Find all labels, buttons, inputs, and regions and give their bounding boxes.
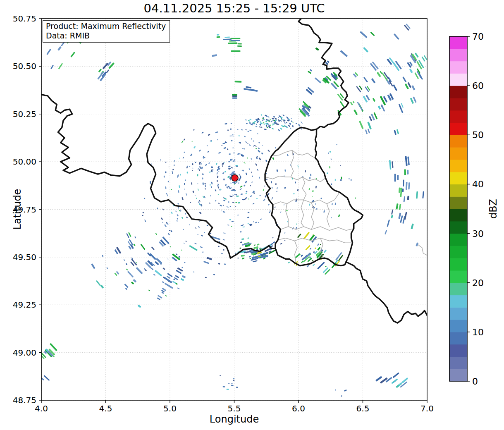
echo-speck xyxy=(229,136,232,136)
echo-speck xyxy=(177,214,179,217)
echo-speck xyxy=(248,198,249,200)
echo-speck xyxy=(230,129,232,130)
echo-speck xyxy=(178,190,179,193)
echo-speck xyxy=(252,176,253,177)
echo-speck xyxy=(341,177,342,179)
echo-speck xyxy=(205,164,207,166)
district-border xyxy=(281,227,354,230)
echo-speck xyxy=(91,263,95,269)
echo-speck xyxy=(253,256,254,257)
echo-speck xyxy=(291,120,293,122)
echo-speck xyxy=(243,148,245,150)
echo-speck xyxy=(292,122,294,123)
echo-speck xyxy=(144,220,146,222)
echo-speck xyxy=(235,253,236,254)
echo-speck xyxy=(312,190,314,192)
echo-speck xyxy=(231,167,232,168)
echo-speck xyxy=(250,195,252,197)
echo-speck xyxy=(237,43,241,45)
echo-speck xyxy=(206,257,212,260)
echo-speck xyxy=(70,52,75,57)
echo-speck xyxy=(160,159,161,160)
radar-figure: 04.11.2025 15:25 - 15:29 UTC Product: Ma… xyxy=(0,0,504,430)
echo-speck xyxy=(242,258,244,259)
echo-speck xyxy=(149,253,156,260)
echo-speck xyxy=(125,288,128,290)
y-tick-label: 50.75 xyxy=(0,14,36,24)
echo-speck xyxy=(231,385,234,386)
echo-speck xyxy=(206,225,208,226)
echo-speck xyxy=(195,195,196,196)
echo-speck xyxy=(291,118,292,119)
echo-speck xyxy=(397,175,399,180)
echo-speck xyxy=(116,271,119,275)
echo-speck xyxy=(312,196,313,197)
echo-speck xyxy=(217,34,219,36)
echo-speck xyxy=(217,176,218,178)
echo-speck xyxy=(217,186,219,189)
echo-speck xyxy=(223,239,225,241)
echo-speck xyxy=(399,380,406,386)
echo-speck xyxy=(335,203,337,205)
echo-speck xyxy=(373,98,376,102)
echo-speck xyxy=(391,215,393,218)
echo-speck xyxy=(217,194,219,195)
echo-speck xyxy=(198,189,199,191)
echo-speck xyxy=(247,237,249,239)
echo-speck xyxy=(249,122,251,124)
echo-speck xyxy=(257,244,260,246)
echo-speck xyxy=(180,278,184,281)
echo-speck xyxy=(231,226,232,227)
echo-speck xyxy=(210,186,212,188)
echo-speck xyxy=(231,40,240,41)
colorbar-label: dBZ xyxy=(487,191,499,227)
echo-speck xyxy=(253,260,258,262)
echo-speck xyxy=(249,258,251,259)
echo-speck xyxy=(178,256,180,258)
echo-speck xyxy=(398,213,401,219)
echo-speck xyxy=(309,248,311,250)
echo-speck xyxy=(251,158,252,160)
echo-speck xyxy=(245,119,247,121)
echo-speck xyxy=(192,191,194,193)
echo-speck xyxy=(315,77,322,84)
echo-speck xyxy=(225,37,230,38)
echo-speck xyxy=(409,69,413,73)
echo-speck xyxy=(367,122,372,129)
echo-speck xyxy=(264,186,265,187)
echo-speck xyxy=(232,189,235,190)
echo-speck xyxy=(404,25,409,31)
echo-speck xyxy=(234,160,235,160)
echo-speck xyxy=(247,217,249,218)
echo-speck xyxy=(43,375,50,381)
x-tick-label: 5.0 xyxy=(163,404,177,413)
echo-speck xyxy=(167,258,169,260)
echo-speck xyxy=(245,181,247,184)
x-tick-label: 5.5 xyxy=(228,404,241,413)
echo-speck xyxy=(199,149,201,151)
echo-speck xyxy=(255,126,257,127)
echo-speck xyxy=(375,376,382,382)
echo-speck xyxy=(301,261,303,263)
echo-speck xyxy=(276,170,278,172)
echo-speck xyxy=(422,191,424,198)
echo-speck xyxy=(241,129,243,131)
echo-speck xyxy=(177,218,178,220)
colorbar-segment xyxy=(449,295,467,308)
colorbar-segment xyxy=(449,234,467,246)
echo-speck xyxy=(218,241,220,242)
echo-speck xyxy=(174,165,175,166)
echo-speck xyxy=(102,255,104,257)
echo-speck xyxy=(256,198,258,199)
echo-speck xyxy=(411,85,415,91)
echo-speck xyxy=(228,165,231,167)
echo-speck xyxy=(306,265,309,268)
echo-speck xyxy=(266,179,268,180)
echo-speck xyxy=(247,131,249,132)
echo-speck xyxy=(242,227,245,228)
echo-speck xyxy=(186,166,188,167)
echo-speck xyxy=(251,124,252,125)
echo-speck xyxy=(350,102,353,105)
echo-speck xyxy=(204,183,206,184)
echo-speck xyxy=(315,247,317,249)
